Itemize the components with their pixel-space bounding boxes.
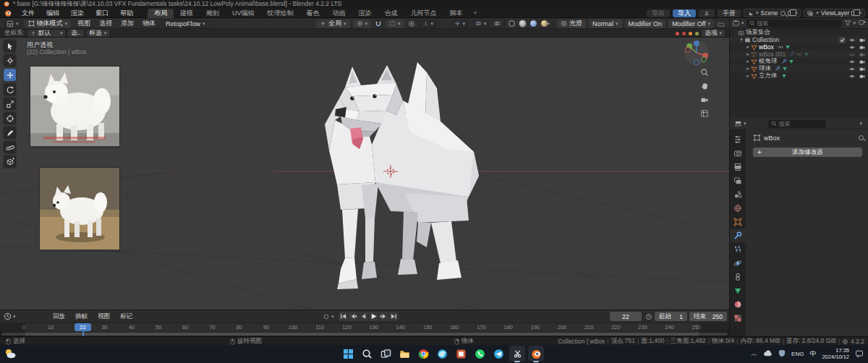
zoom-icon[interactable] bbox=[700, 68, 709, 77]
language-indicator[interactable]: ENG bbox=[791, 351, 804, 357]
chrome-taskbar-icon[interactable] bbox=[415, 346, 431, 362]
workspace-tab-渲染[interactable]: 渲染 bbox=[352, 9, 378, 18]
normal-dropdown[interactable]: Normal▾ bbox=[589, 20, 622, 28]
outliner-display-mode-dropdown[interactable]: ▾ bbox=[732, 20, 744, 27]
outliner-row-棱角球[interactable]: ▸棱角球 bbox=[730, 58, 868, 65]
topbar-menu-编辑[interactable]: 编辑 bbox=[41, 9, 65, 18]
properties-tab-scene[interactable] bbox=[730, 187, 746, 201]
outliner-row-场景集合[interactable]: 场景集合 bbox=[730, 29, 868, 36]
camera-icon[interactable] bbox=[859, 44, 866, 51]
checkbox-icon[interactable] bbox=[839, 37, 846, 43]
viewport-menu-视图[interactable]: 视图 bbox=[73, 19, 95, 28]
jump-to-end-button[interactable] bbox=[389, 312, 399, 321]
viewport-canvas[interactable]: 用户透视 (22) Collection | wBox bbox=[0, 38, 729, 309]
properties-tab-material[interactable] bbox=[730, 297, 746, 311]
topbar-menu-窗口[interactable]: 窗口 bbox=[90, 9, 114, 18]
expand-arrow-icon[interactable]: ▸ bbox=[745, 66, 751, 72]
outliner-search-input[interactable]: 搜索 bbox=[746, 20, 843, 27]
current-frame-field[interactable]: 22 bbox=[610, 312, 642, 321]
edge-taskbar-icon[interactable] bbox=[434, 346, 450, 362]
collection-visibility-icon[interactable] bbox=[717, 20, 726, 28]
tray-cloud-icon[interactable] bbox=[763, 350, 773, 359]
mode-dropdown[interactable]: 物体模式▾ bbox=[25, 20, 72, 28]
ortho-toggle-icon[interactable] bbox=[700, 109, 709, 118]
falloff-dropdown[interactable]: ▾ bbox=[419, 20, 438, 28]
properties-editor-icon[interactable]: ▾ bbox=[734, 120, 746, 127]
play-button[interactable] bbox=[369, 312, 378, 321]
auto-keying-dropdown[interactable]: ▾ bbox=[323, 313, 334, 320]
camera-icon[interactable] bbox=[859, 59, 866, 65]
frame-start-field[interactable]: 起始1 bbox=[655, 312, 687, 321]
shading-material-icon[interactable] bbox=[529, 20, 537, 28]
properties-search-input[interactable]: 搜索 bbox=[768, 120, 826, 128]
scale-tool-button[interactable] bbox=[4, 98, 16, 110]
outliner-row-wBox.001[interactable]: ▸wBox.001 bbox=[730, 51, 868, 58]
move-tool-button[interactable] bbox=[4, 69, 16, 81]
properties-tab-object[interactable] bbox=[730, 215, 746, 229]
jump-to-start-button[interactable] bbox=[339, 312, 348, 321]
expand-arrow-icon[interactable]: ▸ bbox=[745, 59, 751, 64]
properties-collapse-icon[interactable]: ▾ bbox=[859, 121, 862, 127]
modifier-off-dropdown[interactable]: Modifier Off▾ bbox=[668, 20, 714, 28]
viewport-menu-添加[interactable]: 添加 bbox=[116, 19, 138, 28]
whatsapp-taskbar-icon[interactable] bbox=[472, 346, 488, 362]
eye-open-icon[interactable] bbox=[848, 73, 856, 80]
viewport-menu-选择[interactable]: 选择 bbox=[95, 19, 116, 28]
manual-button[interactable]: 手册 bbox=[718, 9, 741, 17]
import-button[interactable]: 导入 bbox=[673, 9, 696, 17]
annotate-tool-button[interactable] bbox=[4, 127, 16, 139]
navigation-gizmo[interactable] bbox=[683, 39, 710, 67]
snap-magnet-icon[interactable] bbox=[374, 20, 383, 28]
outliner-row-球体[interactable]: ▸球体 bbox=[730, 65, 868, 72]
topbar-menu-帮助[interactable]: 帮助 bbox=[114, 9, 139, 18]
smooth-shading-button[interactable]: 光滑 bbox=[557, 20, 586, 28]
outliner-row-立方体[interactable]: ▸立方体 bbox=[730, 72, 868, 80]
properties-tab-output[interactable] bbox=[730, 160, 746, 174]
taskbar-clock[interactable]: 17:35 2024/10/12 bbox=[822, 348, 849, 360]
overlays-dropdown[interactable]: ▾ bbox=[472, 20, 490, 28]
playhead-frame-label[interactable]: 22 bbox=[75, 323, 91, 331]
properties-tab-tool[interactable] bbox=[730, 132, 746, 146]
export-button[interactable]: 导出 bbox=[647, 9, 670, 17]
expand-arrow-icon[interactable]: ▸ bbox=[745, 73, 751, 79]
properties-tab-world[interactable] bbox=[730, 201, 746, 215]
new-collection-icon[interactable] bbox=[858, 19, 866, 27]
tweak-select-tool-button[interactable] bbox=[4, 40, 16, 52]
eye-open-icon[interactable] bbox=[848, 44, 856, 51]
pin-icon[interactable] bbox=[780, 11, 786, 16]
viewlayer-selector[interactable]: ▾ ViewLayer × bbox=[804, 9, 865, 17]
properties-tab-physics[interactable] bbox=[730, 256, 746, 270]
new-workspace-button[interactable]: + bbox=[469, 9, 482, 18]
frame-end-field[interactable]: 结束250 bbox=[689, 312, 727, 321]
shading-wireframe-icon[interactable] bbox=[508, 20, 516, 28]
media-app-taskbar-icon[interactable] bbox=[453, 346, 469, 362]
retopoflow-menu[interactable]: RetopoFlow▾ bbox=[162, 20, 209, 28]
pin-icon[interactable] bbox=[859, 135, 864, 140]
workspace-tab-脚本[interactable]: 脚本 bbox=[443, 9, 469, 18]
properties-tab-render[interactable] bbox=[730, 146, 746, 160]
xray-toggle-icon[interactable] bbox=[493, 20, 501, 28]
tray-shield-icon[interactable] bbox=[778, 349, 786, 359]
workspace-tab-动画[interactable]: 动画 bbox=[326, 9, 352, 18]
topbar-menu-文件[interactable]: 文件 bbox=[16, 9, 41, 18]
workspace-tab-纹理绘制[interactable]: 纹理绘制 bbox=[261, 9, 300, 18]
viewport-menu-物体[interactable]: 物体 bbox=[138, 19, 160, 28]
widgets-weather-icon[interactable] bbox=[4, 348, 16, 361]
outliner-row-wBox[interactable]: ▸wBox bbox=[730, 43, 868, 51]
prev-keyframe-button[interactable] bbox=[349, 312, 358, 321]
pan-hand-icon[interactable] bbox=[700, 82, 709, 90]
timeline-menu-标记[interactable]: 标记 bbox=[115, 312, 137, 321]
task-view-taskbar-icon[interactable] bbox=[378, 346, 393, 362]
workspace-tab-着色[interactable]: 着色 bbox=[300, 9, 326, 18]
timeline-menu-回放[interactable]: 回放 bbox=[48, 312, 70, 321]
timeline-ruler[interactable]: 0102030405060708090100110120130140150160… bbox=[0, 323, 729, 332]
properties-tab-modifiers[interactable] bbox=[730, 229, 746, 242]
download-icon[interactable] bbox=[699, 9, 715, 17]
pivot-point-dropdown[interactable]: ▾ bbox=[353, 20, 372, 28]
workspace-tab-雕刻[interactable]: 雕刻 bbox=[200, 9, 226, 18]
truncated-setting-button[interactable]: 选.. bbox=[68, 30, 83, 37]
camera-view-icon[interactable] bbox=[700, 95, 709, 104]
search-taskbar-icon[interactable] bbox=[359, 346, 375, 362]
telegram-taskbar-icon[interactable] bbox=[490, 346, 506, 362]
add-modifier-button[interactable]: + 添加修改器 bbox=[753, 148, 862, 157]
